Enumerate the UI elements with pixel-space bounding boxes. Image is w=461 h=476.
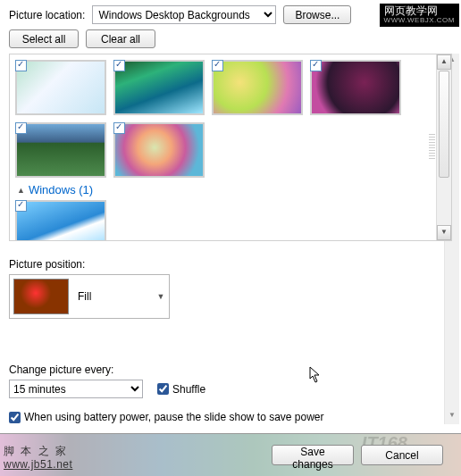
shuffle-label: Shuffle [172,383,205,396]
check-icon[interactable] [113,60,125,71]
wallpaper-thumb[interactable] [15,60,106,115]
scroll-down-icon[interactable]: ▼ [437,225,451,240]
scroll-down-icon[interactable]: ▼ [445,409,459,424]
clear-all-button[interactable]: Clear all [86,29,155,48]
scroll-thumb[interactable] [439,71,449,178]
check-icon[interactable] [310,60,322,71]
wallpaper-thumb[interactable] [310,60,401,115]
chevron-down-icon[interactable]: ▼ [153,275,169,318]
collapse-icon[interactable]: ▲ [17,186,25,195]
resize-grip-icon[interactable] [429,134,435,161]
wallpaper-thumb[interactable] [212,60,303,115]
wallpaper-thumb[interactable] [15,200,106,241]
watermark-bottom-left: 脚 本 之 家 www.jb51.net [4,445,72,472]
wallpaper-thumb[interactable] [113,122,205,178]
check-icon[interactable] [113,122,125,134]
cursor-icon [309,366,322,384]
shuffle-input[interactable] [157,383,169,395]
lower-options: Picture position: Fill ▼ Change picture … [9,255,438,423]
battery-input[interactable] [9,412,21,423]
location-label: Picture location: [9,9,85,21]
interval-select[interactable]: 15 minutes [9,380,143,398]
category-label: Windows (1) [29,183,93,196]
category-header[interactable]: ▲ Windows (1) [17,183,446,196]
location-select[interactable]: Windows Desktop Backgrounds [92,5,276,24]
scroll-up-icon[interactable]: ▲ [437,54,451,70]
position-value: Fill [72,290,153,303]
position-preview-icon [13,279,69,314]
wallpaper-gallery: ▲ ▼ ▲ Windows (1) [9,54,452,241]
watermark-top-right: 网页教学网 WWW.WEBJX.COM [380,4,459,27]
selection-row: Select all Clear all [0,28,461,54]
browse-button[interactable]: Browse... [283,5,351,24]
check-icon[interactable] [15,60,27,71]
battery-label: When using battery power, pause the slid… [24,411,324,423]
shuffle-checkbox[interactable]: Shuffle [157,383,205,396]
gallery-inner: ▲ Windows (1) [10,54,451,241]
check-icon[interactable] [15,122,27,134]
position-select[interactable]: Fill ▼ [9,274,170,319]
position-label: Picture position: [9,258,85,271]
battery-checkbox[interactable]: When using battery power, pause the slid… [9,411,324,423]
wallpaper-thumb[interactable] [15,122,106,178]
wallpaper-thumb[interactable] [113,60,205,115]
interval-label: Change picture every: [9,363,113,376]
desktop-background-panel: ▲ ▼ Picture location: Windows Desktop Ba… [0,0,461,476]
gallery-scrollbar[interactable]: ▲ ▼ [436,54,451,240]
check-icon[interactable] [212,60,223,71]
check-icon[interactable] [15,200,27,212]
select-all-button[interactable]: Select all [9,29,79,48]
cancel-button[interactable]: Cancel [361,445,443,465]
save-button[interactable]: Save changes [272,445,354,465]
